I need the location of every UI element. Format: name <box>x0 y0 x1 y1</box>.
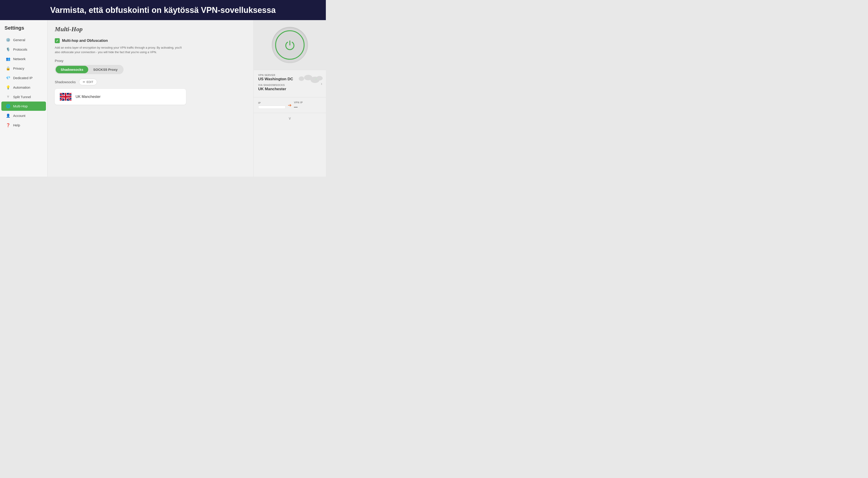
sidebar-item-network[interactable]: 👥 Network <box>1 54 46 64</box>
sidebar-item-label: Protocols <box>13 47 27 51</box>
ip-label: IP <box>258 102 285 104</box>
lock-icon: 🔒 <box>6 66 10 71</box>
bulb-icon: 💡 <box>6 85 10 90</box>
network-icon: 👥 <box>6 57 10 61</box>
user-icon: 👤 <box>6 113 10 118</box>
sidebar-item-label: Automation <box>13 86 30 89</box>
page-title: Multi-Hop <box>55 26 246 33</box>
sidebar-item-general[interactable]: ⚙️ General <box>1 35 46 44</box>
svg-point-6 <box>315 78 317 80</box>
world-map-decoration <box>297 72 324 90</box>
vpn-ip-value: — <box>294 105 321 109</box>
edit-button[interactable]: ✏ EDIT <box>79 79 97 85</box>
multihop-description: Add an extra layer of encryption by rero… <box>55 45 186 54</box>
proxy-label: Proxy <box>55 59 246 63</box>
banner-text: Varmista, että obfuskointi on käytössä V… <box>50 5 276 15</box>
location-card[interactable]: UK Manchester <box>55 89 186 105</box>
sidebar-item-account[interactable]: 👤 Account <box>1 111 46 120</box>
multihop-checkbox[interactable] <box>55 38 60 43</box>
banner: Varmista, että obfuskointi on käytössä V… <box>0 0 326 20</box>
sidebar-item-label: Multi-Hop <box>13 104 28 108</box>
svg-point-5 <box>316 76 323 80</box>
multihop-label: Multi-hop and Obfuscation <box>62 39 108 43</box>
edit-icon: ✏ <box>83 80 85 84</box>
power-section <box>254 20 326 70</box>
sidebar-item-help[interactable]: ❓ Help <box>1 121 46 130</box>
globe-icon: 🌐 <box>6 104 10 108</box>
ip-col: IP <box>258 102 285 109</box>
gear-icon: ⚙️ <box>6 38 10 42</box>
multihop-checkbox-row[interactable]: Multi-hop and Obfuscation <box>55 38 246 43</box>
sidebar-item-split-tunnel[interactable]: ⑂ Split Tunnel <box>1 92 46 101</box>
sidebar-item-dedicated-ip[interactable]: 💎 Dedicated IP <box>1 73 46 82</box>
sidebar-item-automation[interactable]: 💡 Automation <box>1 83 46 92</box>
sidebar-item-label: General <box>13 38 25 42</box>
uk-flag-icon <box>60 93 71 101</box>
sidebar-item-protocols[interactable]: 🎙️ Protocols <box>1 45 46 54</box>
location-name: UK Manchester <box>75 95 100 99</box>
shadowsocks-button[interactable]: Shadowsocks <box>56 66 88 73</box>
svg-point-2 <box>299 76 304 81</box>
edit-label: EDIT <box>87 80 93 84</box>
chevron-right-icon: › <box>321 81 322 86</box>
shadowsocks-row-label: Shadowsocks <box>55 80 76 84</box>
right-panel: VPN SERVER US Washington DC VIA SHADOWSO… <box>253 20 326 177</box>
vpn-ip-col: VPN IP — <box>294 101 321 109</box>
sidebar-item-multi-hop[interactable]: 🌐 Multi-Hop <box>1 102 46 111</box>
shadowsocks-row: Shadowsocks ✏ EDIT <box>55 79 246 85</box>
socks5-button[interactable]: SOCKS5 Proxy <box>88 66 123 73</box>
sidebar-item-label: Privacy <box>13 66 24 70</box>
vpn-ip-label: VPN IP <box>294 101 321 104</box>
vpn-server-section[interactable]: VPN SERVER US Washington DC VIA SHADOWSO… <box>254 70 326 98</box>
sidebar-item-label: Account <box>13 114 25 117</box>
ip-value-box <box>258 106 285 109</box>
app-container: Settings ⚙️ General 🎙️ Protocols 👥 Netwo… <box>0 20 326 177</box>
sidebar-item-privacy[interactable]: 🔒 Privacy <box>1 64 46 73</box>
sidebar-title: Settings <box>0 22 47 35</box>
sidebar-item-label: Network <box>13 57 26 61</box>
sidebar: Settings ⚙️ General 🎙️ Protocols 👥 Netwo… <box>0 20 48 177</box>
ip-row: IP ➔ VPN IP — <box>258 101 321 109</box>
ip-section: IP ➔ VPN IP — <box>254 98 326 113</box>
power-button-outer[interactable] <box>272 27 308 63</box>
help-icon: ❓ <box>6 123 10 127</box>
bottom-chevron-section[interactable]: ∨ <box>254 113 326 124</box>
proxy-toggle-group: Shadowsocks SOCKS5 Proxy <box>55 65 124 74</box>
mic-icon: 🎙️ <box>6 47 10 52</box>
chevron-down-icon: ∨ <box>288 116 291 121</box>
sidebar-item-label: Split Tunnel <box>13 95 31 99</box>
sidebar-item-label: Help <box>13 123 20 127</box>
diamond-icon: 💎 <box>6 76 10 80</box>
power-button-inner <box>275 30 305 60</box>
arrow-right-icon: ➔ <box>288 102 292 108</box>
sidebar-item-label: Dedicated IP <box>13 76 33 80</box>
main-content: Multi-Hop Multi-hop and Obfuscation Add … <box>48 20 253 177</box>
split-icon: ⑂ <box>6 95 10 99</box>
power-icon <box>284 40 295 50</box>
